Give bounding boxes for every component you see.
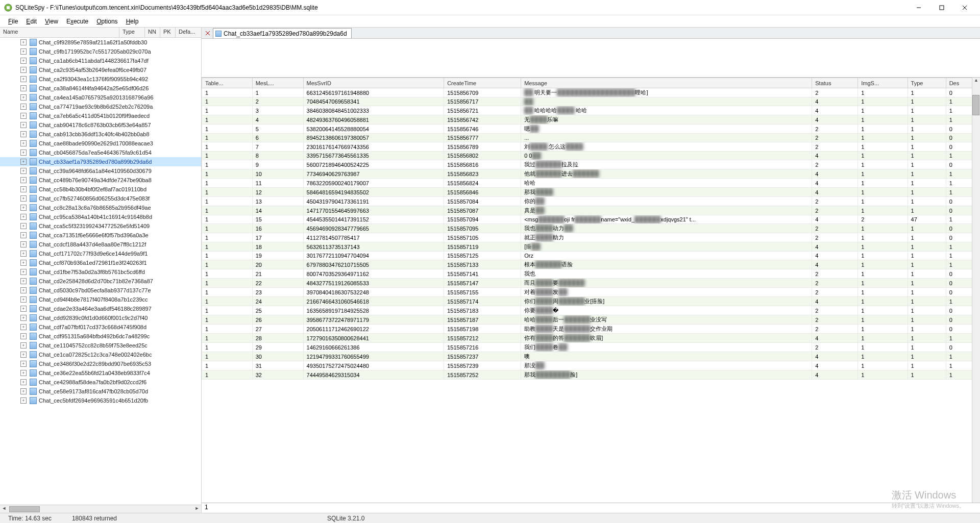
expand-icon[interactable]: +: [20, 287, 27, 293]
tree-header-nn[interactable]: NN: [145, 28, 160, 37]
grid-cell[interactable]: 2: [812, 325, 858, 334]
grid-cell[interactable]: 1515856824: [444, 179, 521, 188]
grid-row[interactable]: 17230161761476697433561515856789刘████ 怎么…: [202, 142, 980, 152]
tree-table-item[interactable]: +Chat_ccf171702c77f93d9e6ce144de99a9f1: [0, 249, 201, 258]
grid-cell[interactable]: 1: [858, 179, 908, 188]
grid-cell[interactable]: 32: [252, 370, 303, 380]
tree-header-name[interactable]: Name: [0, 28, 119, 37]
grid-cell[interactable]: 1: [908, 160, 946, 169]
grid-cell[interactable]: 1: [202, 88, 253, 97]
grid-cell[interactable]: 53820064145528880054: [303, 124, 444, 134]
grid-cell[interactable]: 哈哈: [521, 179, 812, 188]
expand-icon[interactable]: +: [20, 315, 27, 321]
grid-cell[interactable]: 2: [812, 233, 858, 242]
grid-cell[interactable]: 18: [252, 242, 303, 252]
grid-cell[interactable]: 1: [908, 124, 946, 134]
grid-cell[interactable]: 1: [908, 297, 946, 306]
grid-row[interactable]: 121800747035293649711621515857141我也2110: [202, 269, 980, 279]
tree-table-item[interactable]: +Chat_ca2f93043ea1c1376f6f90955b94c492: [0, 74, 201, 84]
grid-cell[interactable]: 那我████████脸]: [521, 370, 812, 380]
grid-cell[interactable]: 1515857141: [444, 269, 521, 279]
tree-table-item[interactable]: +Chat_cc8c28a13c8a76b86585a2b956df49ae: [0, 203, 201, 212]
maximize-button[interactable]: [930, 1, 953, 15]
scroll-up-icon[interactable]: ▲: [972, 78, 980, 86]
grid-cell[interactable]: 2: [812, 142, 858, 152]
grid-cell[interactable]: 49350175272475024480: [303, 361, 444, 370]
expand-icon[interactable]: +: [20, 324, 27, 330]
grid-cell[interactable]: 1: [858, 160, 908, 169]
grid-cell[interactable]: 我们████卷██: [521, 343, 812, 352]
grid-cell[interactable]: 2: [812, 124, 858, 134]
grid-row[interactable]: 124216674664310605466181515857174你们████周…: [202, 297, 980, 306]
grid-cell[interactable]: 4: [812, 370, 858, 380]
grid-cell[interactable]: 1: [202, 206, 253, 215]
grid-cell[interactable]: 1515857105: [444, 233, 521, 242]
grid-cell[interactable]: 1: [908, 224, 946, 233]
menu-view[interactable]: View: [41, 17, 62, 26]
grid-cell[interactable]: 27: [252, 325, 303, 334]
grid-cell[interactable]: 74449584629315034: [303, 370, 444, 380]
grid-cell[interactable]: 1: [908, 115, 946, 124]
grid-cell[interactable]: 1: [202, 106, 253, 115]
grid-cell[interactable]: 我也████动力██: [521, 224, 812, 233]
grid-cell[interactable]: 4: [252, 115, 303, 124]
grid-cell[interactable]: 45043197904173361191: [303, 197, 444, 206]
grid-row[interactable]: 19560072189464005242251515856816我过██████…: [202, 160, 980, 169]
grid-cell[interactable]: 4: [812, 115, 858, 124]
grid-cell[interactable]: 1: [858, 260, 908, 269]
tree-table-item[interactable]: +Chat_ce36e22ea55b6fd21a0438eb9833f7c4: [0, 368, 201, 378]
grid-cell[interactable]: 0 0██: [521, 152, 812, 160]
expand-icon[interactable]: +: [20, 58, 27, 64]
grid-cell[interactable]: 1515856846: [444, 188, 521, 197]
tree-table-item[interactable]: +Chat_cab913cbb36ddf13c40fc4b402bb0ab8: [0, 130, 201, 139]
grid-cell[interactable]: 4: [812, 179, 858, 188]
grid-cell[interactable]: 1515856742: [444, 115, 521, 124]
grid-cell[interactable]: 1: [202, 169, 253, 179]
grid-cell[interactable]: 2: [252, 97, 303, 106]
grid-cell[interactable]: 4: [812, 252, 858, 260]
grid-cell[interactable]: 1: [252, 88, 303, 97]
grid-column-header[interactable]: CreateTime: [444, 78, 521, 88]
grid-cell[interactable]: [捂██: [521, 242, 812, 252]
grid-cell[interactable]: 2: [812, 160, 858, 169]
grid-row[interactable]: 130121947993317606554991515857237噢4111: [202, 352, 980, 361]
grid-cell[interactable]: 你有████的答██████吹眉]: [521, 334, 812, 343]
scroll-left-icon[interactable]: ◄: [0, 506, 8, 513]
grid-column-header[interactable]: Type: [908, 78, 946, 88]
tree-table-item[interactable]: +Chat_cca5c5f3231992434772526e5fd51409: [0, 221, 201, 231]
grid-cell[interactable]: 1: [858, 233, 908, 242]
grid-cell[interactable]: 4: [812, 106, 858, 115]
grid-cell[interactable]: 89452138606197380057: [303, 134, 444, 142]
grid-row[interactable]: 118563261137351371431515857119[捂██4111: [202, 242, 980, 252]
menu-file[interactable]: File: [4, 17, 22, 26]
grid-cell[interactable]: 1515857087: [444, 206, 521, 215]
grid-cell[interactable]: 4: [812, 152, 858, 160]
grid-cell[interactable]: 1: [908, 179, 946, 188]
grid-cell[interactable]: 14: [252, 206, 303, 215]
grid-cell[interactable]: 1: [858, 106, 908, 115]
tree-table-item[interactable]: +Chat_cd1fbe7f53a0d2a3f8b5761bc5cd6ffd: [0, 267, 201, 277]
grid-cell[interactable]: 1515857084: [444, 197, 521, 206]
expand-icon[interactable]: +: [20, 122, 27, 128]
tree-table-item[interactable]: +Chat_ca2c9354af53b2649efea0f6ce49fb07: [0, 65, 201, 74]
result-grid[interactable]: Table...MesL...MesSvrIDCreateTimeMessage…: [202, 78, 980, 380]
menu-execute[interactable]: Execute: [62, 17, 92, 26]
grid-cell[interactable]: 1: [202, 269, 253, 279]
grid-cell[interactable]: 30176772110947704094: [303, 252, 444, 260]
grid-cell[interactable]: 就正████助力: [521, 233, 812, 242]
grid-cell[interactable]: 23: [252, 288, 303, 297]
grid-row[interactable]: 131493501752724750244801515857239那没██411…: [202, 361, 980, 370]
grid-cell[interactable]: 12194799331760655499: [303, 352, 444, 361]
grid-cell[interactable]: ██ 明天要一██████████████████哩哈]: [521, 88, 812, 97]
grid-cell[interactable]: 4: [812, 352, 858, 361]
grid-cell[interactable]: 1: [202, 352, 253, 361]
grid-cell[interactable]: 5: [252, 124, 303, 134]
grid-cell[interactable]: 1: [202, 134, 253, 142]
grid-cell[interactable]: 47: [908, 215, 946, 224]
grid-cell[interactable]: 1: [908, 352, 946, 361]
grid-row[interactable]: 119301767721109477040941515857125Orz4111: [202, 252, 980, 260]
grid-cell[interactable]: 56326113735137143: [303, 242, 444, 252]
grid-cell[interactable]: 80074703529364971162: [303, 269, 444, 279]
grid-cell[interactable]: 1: [908, 370, 946, 380]
grid-row[interactable]: 120679788034762107155051515857133根本█████…: [202, 260, 980, 269]
